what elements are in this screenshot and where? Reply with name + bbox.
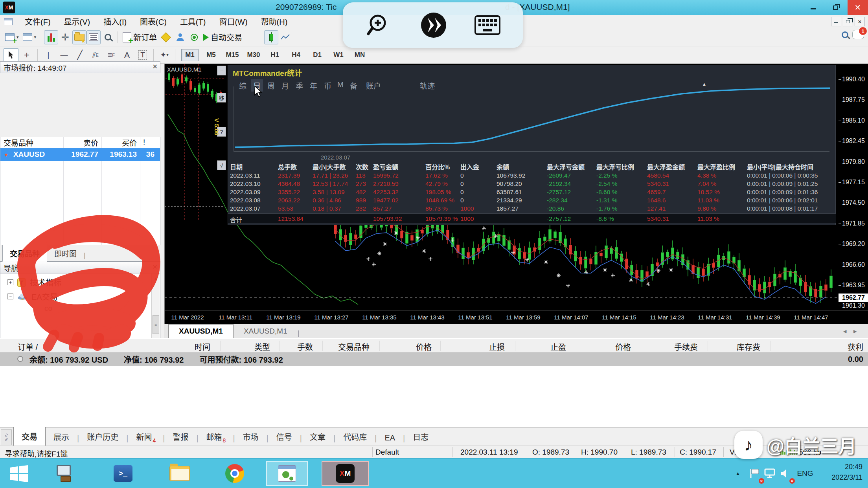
orders-col-10[interactable]: 库存费: [737, 341, 760, 352]
timeframe-m1[interactable]: M1: [181, 49, 199, 61]
col-symbol[interactable]: 交易品种: [0, 137, 63, 148]
orders-col-7[interactable]: 止盈: [550, 341, 566, 352]
overlay-zoom-button[interactable]: [364, 12, 393, 39]
auto-trading-button[interactable]: 自动交易: [201, 30, 244, 44]
tab-scroll-arrows[interactable]: ◄►: [842, 328, 862, 334]
terminal-tab-1[interactable]: 展示: [46, 427, 77, 446]
col-bid[interactable]: 卖价: [63, 137, 101, 148]
orders-col-8[interactable]: 价格: [615, 341, 631, 352]
menu-item-5[interactable]: 窗口(W): [212, 15, 254, 28]
tree-item-indicators[interactable]: + f 技术指标: [7, 277, 61, 288]
data-window-button[interactable]: ✛: [58, 30, 72, 44]
minimize-button[interactable]: [804, 0, 823, 15]
orders-col-3[interactable]: 手数: [297, 341, 313, 352]
orders-col-2[interactable]: 类型: [254, 341, 270, 352]
menu-item-2[interactable]: 插入(I): [97, 15, 133, 28]
community-button[interactable]: [173, 30, 187, 44]
navigator-toggle-button[interactable]: ★: [72, 30, 86, 44]
orders-col-9[interactable]: 手续费: [674, 341, 698, 352]
terminal-tab-0[interactable]: 交易: [13, 427, 46, 446]
tree-item-ea[interactable]: − EA交易: [7, 291, 58, 302]
navigator-close-icon[interactable]: ✕: [153, 263, 158, 271]
timeframe-h4[interactable]: H4: [287, 49, 305, 61]
terminal-tab-2[interactable]: 账户历史: [79, 427, 126, 446]
network-icon[interactable]: [762, 459, 778, 488]
orders-col-5[interactable]: 价格: [416, 341, 432, 352]
chrome-button[interactable]: [221, 461, 248, 486]
trendline-tool-button[interactable]: ╱: [72, 48, 88, 62]
file-explorer-button[interactable]: [165, 461, 194, 486]
collapse-icon[interactable]: −: [7, 294, 13, 299]
timeframe-m15[interactable]: M15: [224, 49, 241, 61]
language-indicator[interactable]: ENG: [794, 459, 816, 488]
market-watch-close-icon[interactable]: ✕: [153, 63, 158, 70]
tab-symbols[interactable]: 交易品种: [2, 245, 47, 262]
profiles-button[interactable]: ▾: [21, 30, 39, 44]
horizontal-line-tool-button[interactable]: —: [56, 48, 72, 62]
orders-col-11[interactable]: 获利: [848, 341, 863, 352]
start-button[interactable]: [0, 461, 38, 486]
col-ask[interactable]: 买价: [101, 137, 140, 148]
text-label-tool-button[interactable]: T: [135, 48, 151, 62]
metaeditor-button[interactable]: [159, 30, 173, 44]
candle-chart-type-button[interactable]: [264, 30, 278, 44]
orders-col-6[interactable]: 止损: [489, 341, 505, 352]
mdi-close-button[interactable]: ✕: [855, 17, 865, 26]
volume-muted-icon[interactable]: ✕: [777, 459, 793, 488]
ea-minimize-button[interactable]: −: [217, 66, 226, 75]
orders-col-4[interactable]: 交易品种: [338, 341, 370, 352]
line-chart-type-button[interactable]: [278, 30, 292, 44]
terminal-tab-4[interactable]: 警报: [165, 427, 196, 446]
tab-tick-chart[interactable]: 即时图: [47, 245, 84, 261]
market-watch-toggle-button[interactable]: [44, 30, 58, 44]
terminal-tab-10[interactable]: EA: [377, 430, 403, 446]
menu-item-4[interactable]: 工具(T): [173, 15, 213, 28]
strategy-tester-button[interactable]: [101, 30, 115, 44]
tray-expand-button[interactable]: ▲: [732, 459, 744, 488]
fibonacci-tool-button[interactable]: ≡F: [103, 48, 119, 62]
menu-item-1[interactable]: 显示(V): [57, 15, 97, 28]
timeframe-d1[interactable]: D1: [309, 49, 326, 61]
signals-button[interactable]: [187, 30, 201, 44]
terminal-tab-8[interactable]: 文章: [302, 427, 333, 446]
ea-move-button[interactable]: 移: [217, 93, 226, 103]
timeframe-m30[interactable]: M30: [245, 49, 262, 61]
terminal-drag-handle[interactable]: ∿∿: [1, 429, 12, 445]
new-chart-button[interactable]: +▾: [3, 30, 21, 44]
terminal-tab-5[interactable]: 邮箱8: [199, 427, 233, 446]
chart-window[interactable]: XAUUSD,M1 − 移 ? √ V 5.06 复盘侠 ht MTComman…: [164, 64, 868, 338]
contacts-app-button[interactable]: [266, 461, 308, 486]
overlay-keyboard-button[interactable]: [473, 12, 502, 39]
mdi-minimize-button[interactable]: [831, 17, 841, 26]
orders-col-1[interactable]: 时间: [195, 341, 210, 352]
taskbar-clock[interactable]: 20:49 2022/3/11: [831, 462, 862, 483]
close-button[interactable]: ✕: [848, 0, 868, 15]
orders-col-0[interactable]: 订单 /: [18, 341, 38, 352]
action-center-icon[interactable]: ✕: [746, 459, 763, 488]
text-tool-button[interactable]: A: [119, 48, 135, 62]
terminal-tab-6[interactable]: 市场: [235, 427, 267, 446]
bar-chart-type-button[interactable]: [250, 30, 264, 44]
mdi-restore-button[interactable]: [843, 17, 853, 26]
menu-item-6[interactable]: 帮助(H): [254, 15, 294, 28]
col-spread[interactable]: !: [140, 138, 158, 147]
terminal-tab-9[interactable]: 代码库: [335, 427, 375, 446]
new-order-button[interactable]: 新订单: [121, 30, 159, 44]
channel-tool-button[interactable]: ⫽E: [88, 48, 103, 62]
overlay-switch-button[interactable]: [419, 12, 448, 39]
terminal-tab-7[interactable]: 信号: [268, 427, 300, 446]
terminal-toggle-button[interactable]: [86, 30, 101, 44]
scroll-up-icon[interactable]: ▲: [152, 274, 160, 282]
ea-confirm-button[interactable]: √: [217, 160, 226, 170]
timeframe-h1[interactable]: H1: [266, 49, 283, 61]
menu-item-3[interactable]: 图表(C): [133, 15, 173, 28]
timeframe-w1[interactable]: W1: [330, 49, 347, 61]
search-icon[interactable]: [842, 31, 848, 38]
terminal-tab-3[interactable]: 新闻4: [128, 427, 163, 446]
server-manager-button[interactable]: [50, 461, 78, 486]
vertical-line-tool-button[interactable]: |: [40, 48, 56, 62]
powershell-button[interactable]: >_: [109, 461, 137, 486]
shapes-tool-button[interactable]: ✦▾: [156, 48, 172, 62]
restore-button[interactable]: [826, 0, 845, 15]
expand-icon[interactable]: +: [7, 279, 13, 285]
